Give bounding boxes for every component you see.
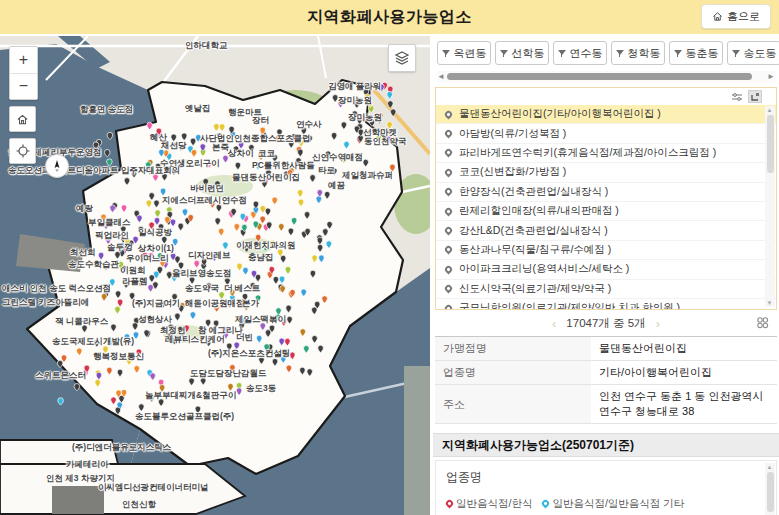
map-label: (주)지온스포츠컨설팅	[208, 349, 290, 358]
map-area[interactable]: 인하대학교김영애 플라워장미농원옛날집행운마트함흥면 송도점장터연수사장미농원선…	[0, 36, 430, 515]
scroll-right-arrow[interactable]: ►	[767, 72, 775, 81]
list-item[interactable]: 한양장식(건축관련업/실내장식 )	[436, 183, 776, 202]
list-item[interactable]: 강산L&D(건축관련업/실내장식 )	[436, 221, 776, 240]
district-tab-0[interactable]: 옥련동	[437, 41, 491, 65]
map-label: 이재헌치과의원	[236, 241, 296, 250]
map-label: 본가	[242, 299, 259, 308]
map-label: 픽업라인	[95, 231, 129, 240]
district-tab-label: 옥련동	[454, 46, 487, 61]
map-label: 올리브영송도점	[172, 269, 232, 278]
pin-icon	[444, 206, 454, 216]
grid-view-icon[interactable]	[756, 316, 769, 331]
map-label: 제일청과슈퍼	[342, 171, 393, 180]
legend-scroll-up[interactable]: ▲	[767, 464, 773, 470]
home-button[interactable]: 홈으로	[701, 4, 771, 29]
locate-button[interactable]	[9, 138, 36, 164]
district-tab-label: 선학동	[512, 46, 545, 61]
legend-item: 일반음식점/한식	[446, 495, 532, 512]
district-tabs: 옥련동선학동연수동청학동동춘동송도동	[437, 41, 779, 67]
legend-scrollbar[interactable]: ▲ ▼	[765, 463, 775, 515]
map-label: 더빈	[236, 333, 253, 342]
list-item[interactable]: 신도시약국(의료기관/제약/약국 )	[436, 280, 776, 299]
district-tab-5[interactable]: 송도동	[727, 41, 779, 65]
list-item[interactable]: 동산과나무(직물/침구류/수예점 )	[436, 241, 776, 260]
map-label: 인하대학교	[185, 41, 228, 50]
page-title: 지역화폐사용가능업소	[307, 7, 472, 28]
section-title: 지역화폐사용가능업소(250701기준)	[433, 433, 779, 457]
list-item[interactable]: 굿모닝한의원(의료기관/제약/일반 치과 한의원 )	[436, 299, 776, 310]
district-tab-3[interactable]: 청학동	[611, 41, 665, 65]
list-scrollbar[interactable]: ▲ ▼	[765, 106, 775, 307]
legend-scroll-thumb[interactable]	[767, 472, 774, 512]
compass-button[interactable]	[45, 154, 69, 178]
layers-button[interactable]	[388, 44, 416, 72]
pin-icon	[444, 148, 454, 158]
map-label: 인천신항	[122, 500, 156, 509]
store-name: 파리바게뜨연수럭키(휴게음식점/제과점/아이스크림점 )	[459, 146, 716, 160]
list-scroll-thumb[interactable]	[767, 115, 774, 173]
list-item[interactable]: 코코(신변잡화/가방점 )	[436, 163, 776, 182]
pin-icon	[444, 245, 454, 255]
horizontal-scroll-thumb[interactable]	[447, 73, 752, 80]
list-tools	[436, 88, 776, 105]
map-label: 카페테리아	[66, 460, 109, 469]
next-page-arrow[interactable]: ›	[656, 316, 660, 331]
district-tab-label: 송도동	[744, 46, 777, 61]
map-label: 송도3동	[246, 384, 276, 393]
detail-label: 가맹점명	[435, 337, 591, 361]
zoom-out-button[interactable]: −	[10, 74, 37, 100]
district-tab-4[interactable]: 동춘동	[669, 41, 723, 65]
app-header: 지역화폐사용가능업소 홈으로	[0, 0, 779, 34]
map-label: PC를위한사람들	[252, 161, 315, 170]
list-item[interactable]: 파리바게뜨연수럭키(휴게음식점/제과점/아이스크림점 )	[436, 144, 776, 163]
legend-items: 일반음식점/한식일반음식점/일반음식점 기타휴게음식점/커피/음료전문점미용/이…	[446, 495, 758, 515]
detail-row: 가맹점명물댄동산어린이집	[435, 337, 777, 361]
pin-icon	[444, 167, 454, 177]
list-item[interactable]: 아담방(의류/기성복점 )	[436, 124, 776, 143]
store-list: 물댄동산어린이집(기타/아이행복어린이집 )아담방(의류/기성복점 )파리바게뜨…	[436, 105, 776, 310]
map-label: 잭 니콜라우스	[55, 317, 108, 326]
pin-icon	[444, 303, 454, 310]
map-label: 송도오션파크베르디움아파트 입주자대표회의	[8, 166, 180, 175]
sort-options-icon[interactable]	[730, 90, 744, 103]
scroll-down-arrow[interactable]: ▼	[767, 300, 773, 306]
map-label: 충남집	[248, 253, 274, 262]
map-label: 장미농원	[348, 113, 382, 122]
district-tab-1[interactable]: 선학동	[495, 41, 549, 65]
map-label: 놀부부대찌개&철판구이	[145, 391, 236, 400]
side-panel: 옥련동선학동연수동청학동동춘동송도동 ◄ ►	[433, 36, 779, 515]
district-tab-2[interactable]: 연수동	[553, 41, 607, 65]
zoom-in-button[interactable]: +	[10, 47, 37, 74]
map-label: 신연수역매점	[312, 153, 363, 162]
map-label: 예랑	[76, 204, 93, 213]
list-item[interactable]: 란제리할인매장(의류/내의판매점 )	[436, 202, 776, 221]
map-label: 옛날집	[185, 104, 211, 113]
legend-pin-icon	[445, 499, 455, 509]
scroll-left-arrow[interactable]: ◄	[437, 72, 445, 81]
map-label: 연수사	[296, 120, 322, 129]
list-item[interactable]: 아이파크크리닝(용역서비스/세탁소 )	[436, 260, 776, 279]
scroll-up-arrow[interactable]: ▲	[767, 107, 773, 113]
map-label: (주)지금여기	[132, 299, 180, 308]
list-item[interactable]: 물댄동산어린이집(기타/아이행복어린이집 )	[436, 105, 776, 124]
map-label: 송도약국	[185, 284, 219, 293]
legend-title: 업종명	[446, 469, 758, 486]
pin-icon	[444, 284, 454, 294]
map-label: 애스비 인천 송도 럭스오션점	[2, 284, 111, 293]
detail-value: 물댄동산어린이집	[591, 337, 777, 361]
store-name: 한양장식(건축관련업/실내장식 )	[459, 185, 608, 199]
compass-icon	[50, 159, 64, 173]
detail-value: 인천 연수구 동춘 1 동 인천광역시 연수구 청능대로 38	[591, 385, 777, 424]
pin-icon	[444, 187, 454, 197]
prev-page-arrow[interactable]: ‹	[552, 316, 556, 331]
map-label: 장미농원	[338, 96, 372, 105]
filter-funnel-icon	[674, 49, 683, 58]
filter-funnel-icon	[732, 49, 741, 58]
store-detail-table: 가맹점명물댄동산어린이집업종명기타/아이행복어린이집주소인천 연수구 동춘 1 …	[435, 336, 777, 424]
collapse-panel-icon[interactable]	[748, 90, 762, 103]
store-name: 아담방(의류/기성복점 )	[459, 127, 566, 141]
horizontal-scrollbar[interactable]: ◄ ►	[437, 71, 775, 82]
map-home-button[interactable]	[9, 106, 36, 132]
legend-label: 일반음식점/일반음식점 기타	[552, 495, 684, 512]
store-name: 강산L&D(건축관련업/실내장식 )	[459, 224, 608, 238]
